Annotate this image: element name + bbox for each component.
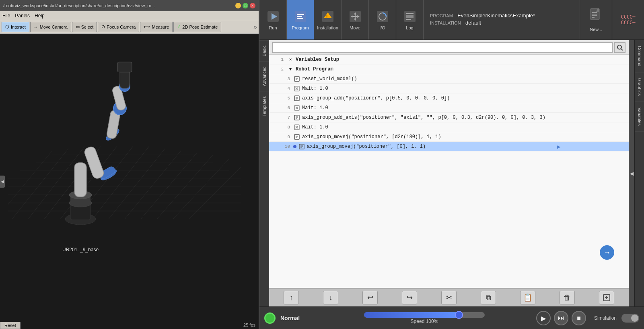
play-btn[interactable]: ▶ bbox=[536, 311, 551, 325]
play-controls: ▶ ⏭ ■ bbox=[536, 311, 586, 325]
nav-log[interactable]: Log bbox=[396, 0, 424, 39]
minimize-btn[interactable]: ─ bbox=[235, 3, 241, 8]
program-icon bbox=[293, 9, 308, 24]
copy-icon: ⧉ bbox=[486, 294, 491, 302]
prog-line-1[interactable]: 1 ✕ Variables Setup bbox=[269, 55, 629, 64]
collapse-left-btn[interactable]: ◀ bbox=[0, 176, 5, 188]
measure-icon: ⟷ bbox=[144, 24, 150, 29]
svg-rect-27 bbox=[74, 163, 86, 197]
corner-line2: CCCC─ bbox=[621, 20, 635, 25]
fps-label: 25 fps bbox=[243, 323, 255, 327]
forward-arrow-btn[interactable]: → bbox=[600, 245, 614, 260]
rviz-title: /root/rviz_workspace/install/ur_descript… bbox=[3, 3, 234, 8]
undo-btn[interactable]: ↩ bbox=[362, 291, 378, 304]
rviz-menubar: File Panels Help bbox=[0, 11, 259, 20]
speed-bar-thumb[interactable] bbox=[455, 311, 463, 319]
delete-btn[interactable]: 🗑 bbox=[560, 291, 575, 304]
undo-icon: ↩ bbox=[367, 293, 373, 302]
move-up-btn[interactable]: ↑ bbox=[284, 291, 299, 304]
nav-move-label: Move bbox=[350, 25, 360, 30]
nav-program[interactable]: Program bbox=[287, 0, 314, 39]
status-text: Normal bbox=[280, 315, 313, 321]
reset-button[interactable]: Reset bbox=[0, 322, 21, 329]
select-btn[interactable]: ▭ Select bbox=[72, 22, 97, 32]
menu-panels[interactable]: Panels bbox=[15, 13, 30, 19]
nav-run-label: Run bbox=[269, 25, 277, 30]
tab-basic[interactable]: Basic bbox=[259, 40, 269, 61]
nav-move[interactable]: Move bbox=[342, 0, 369, 39]
prog-line-7[interactable]: 7 axis_group_add_axis("positioner", "axi… bbox=[269, 113, 629, 122]
svg-point-65 bbox=[617, 45, 621, 49]
prog-line-2[interactable]: 2 ▼ Robot Program bbox=[269, 64, 629, 74]
move-icon bbox=[348, 9, 362, 24]
toggle-knob bbox=[631, 315, 638, 322]
ur-statusbar: Normal Speed 100% ▶ ⏭ ■ Simulation bbox=[259, 306, 644, 329]
maximize-btn[interactable]: □ bbox=[243, 3, 248, 8]
move-down-btn[interactable]: ↓ bbox=[323, 291, 338, 304]
toolbar-more-btn[interactable]: » bbox=[253, 23, 257, 31]
prog-line-6[interactable]: 6 Wait: 1.0 bbox=[269, 103, 629, 113]
prog-line-4[interactable]: 4 Wait: 1.0 bbox=[269, 84, 629, 93]
tab-command[interactable]: Command bbox=[635, 40, 644, 72]
installation-label: INSTALLATION bbox=[430, 21, 461, 25]
new-btn-label: New... bbox=[590, 27, 602, 32]
tab-templates[interactable]: Templates bbox=[259, 91, 269, 121]
nav-run[interactable]: Run bbox=[259, 0, 287, 39]
speed-bar-container: Speed 100% bbox=[317, 312, 531, 324]
installation-icon: ! bbox=[321, 9, 335, 24]
tab-variables[interactable]: Variables bbox=[635, 102, 644, 132]
program-list[interactable]: 1 ✕ Variables Setup 2 ▼ Robot Program 3 … bbox=[269, 55, 629, 288]
prog-line-3[interactable]: 3 reset_world_model() bbox=[269, 74, 629, 84]
nav-installation-label: Installation bbox=[317, 25, 338, 30]
new-icon bbox=[589, 8, 603, 25]
svg-rect-37 bbox=[117, 62, 132, 72]
program-label: PROGRAM bbox=[430, 13, 453, 18]
svg-text:!: ! bbox=[326, 14, 327, 19]
next-btn[interactable]: ⏭ bbox=[554, 311, 568, 325]
search-btn[interactable] bbox=[614, 42, 625, 53]
paste-btn[interactable]: 📋 bbox=[520, 291, 535, 304]
rviz-titlebar: /root/rviz_workspace/install/ur_descript… bbox=[0, 0, 259, 11]
select-icon: ▭ bbox=[76, 24, 80, 29]
search-icon bbox=[617, 44, 623, 51]
tab-graphics[interactable]: Graphics bbox=[635, 72, 644, 102]
interact-btn[interactable]: ⬡ Interact bbox=[2, 22, 29, 32]
simulation-toggle[interactable] bbox=[621, 314, 639, 323]
svg-rect-58 bbox=[406, 19, 411, 20]
new-btn[interactable]: New... bbox=[580, 0, 612, 39]
paste-icon: 📋 bbox=[523, 293, 532, 302]
menu-help[interactable]: Help bbox=[35, 13, 45, 19]
measure-btn[interactable]: ⟷ Measure bbox=[140, 22, 173, 32]
prog-line-9[interactable]: 9 axis_group_movej("positioner", [d2r(18… bbox=[269, 132, 629, 142]
rviz-panel: /root/rviz_workspace/install/ur_descript… bbox=[0, 0, 259, 329]
tab-advanced[interactable]: Advanced bbox=[259, 61, 269, 91]
prog-toolbar: ↑ ↓ ↩ ↪ ✂ ⧉ 📋 bbox=[269, 288, 629, 306]
speed-bar-track[interactable] bbox=[364, 312, 485, 318]
cut-btn[interactable]: ✂ bbox=[441, 291, 457, 304]
stop-btn[interactable]: ■ bbox=[572, 311, 586, 325]
search-input[interactable] bbox=[272, 42, 613, 53]
focus-camera-btn[interactable]: ⊙ Focus Camera bbox=[98, 22, 139, 32]
close-btn[interactable]: ✕ bbox=[250, 3, 255, 8]
focus-icon: ⊙ bbox=[101, 24, 105, 29]
nav-log-label: Log bbox=[406, 25, 413, 30]
menu-file[interactable]: File bbox=[2, 13, 10, 19]
prog-line-8[interactable]: 8 Wait: 1.0 bbox=[269, 122, 629, 132]
redo-btn[interactable]: ↪ bbox=[402, 291, 417, 304]
nav-io[interactable]: I/O bbox=[369, 0, 396, 39]
pose-estimate-btn[interactable]: ✓ 2D Pose Estimate bbox=[173, 22, 221, 32]
collapse-right-btn[interactable]: ◀ bbox=[629, 40, 634, 306]
expand-btn[interactable] bbox=[599, 291, 614, 304]
robot-label: UR201. _9_base bbox=[62, 247, 99, 252]
nav-installation[interactable]: ! Installation bbox=[314, 0, 342, 39]
prog-line-5[interactable]: 5 axis_group_add("positioner", p[0.5, 0,… bbox=[269, 93, 629, 103]
speed-label: Speed 100% bbox=[411, 319, 438, 324]
redo-icon: ↪ bbox=[407, 293, 413, 302]
nav-io-label: I/O bbox=[379, 25, 385, 30]
copy-btn[interactable]: ⧉ bbox=[481, 291, 496, 304]
ur-right-tabs: Command Graphics Variables bbox=[634, 40, 644, 306]
log-icon bbox=[403, 9, 417, 24]
move-camera-btn[interactable]: ↔ Move Camera bbox=[30, 22, 71, 32]
nav-program-label: Program bbox=[292, 25, 309, 30]
selected-bullet bbox=[293, 145, 296, 148]
